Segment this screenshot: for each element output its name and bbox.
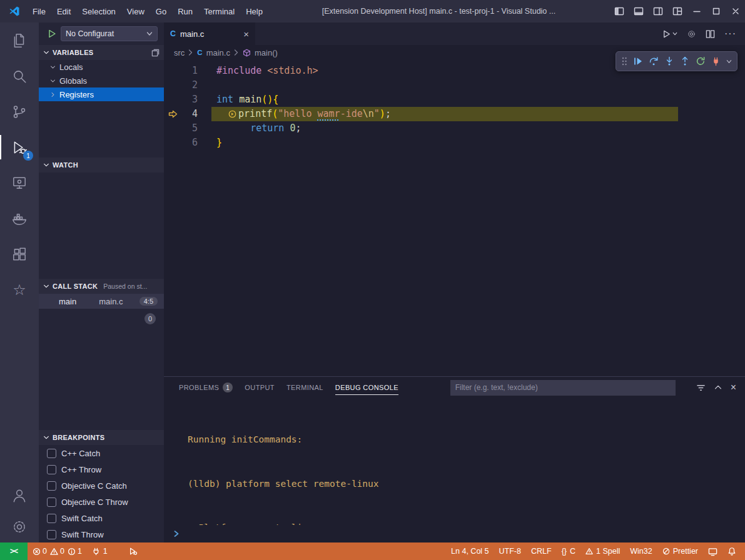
close-panel-icon[interactable]: × bbox=[731, 382, 736, 393]
maximize-button[interactable] bbox=[706, 0, 726, 22]
menu-view[interactable]: View bbox=[121, 0, 150, 22]
run-file-button[interactable] bbox=[662, 29, 677, 39]
glyph-margin[interactable] bbox=[164, 121, 180, 136]
glyph-margin[interactable] bbox=[164, 107, 180, 121]
checkbox[interactable] bbox=[47, 449, 56, 458]
customize-layout-icon[interactable] bbox=[667, 0, 687, 22]
debug-console-output[interactable]: Running initCommands: (lldb) platform se… bbox=[164, 398, 745, 525]
checkbox[interactable] bbox=[47, 530, 56, 539]
checkbox[interactable] bbox=[47, 514, 56, 523]
code-line-6[interactable]: 6 } bbox=[164, 136, 745, 150]
glyph-margin[interactable] bbox=[164, 136, 180, 150]
language-mode[interactable]: {} C bbox=[557, 542, 580, 560]
glyph-margin[interactable] bbox=[164, 78, 180, 92]
settings-gear-icon[interactable] bbox=[0, 511, 39, 542]
toolbar-drag-gripper[interactable] bbox=[621, 56, 627, 66]
disconnect-icon[interactable] bbox=[711, 57, 721, 66]
toggle-sidebar-icon[interactable] bbox=[609, 0, 629, 22]
console-filter-input[interactable] bbox=[450, 380, 676, 396]
more-actions-icon[interactable]: ··· bbox=[724, 28, 736, 39]
breakpoints-section-header[interactable]: BREAKPOINTS bbox=[39, 430, 164, 445]
restart-icon[interactable] bbox=[696, 56, 706, 66]
code-line-5[interactable]: 5 return 0; bbox=[164, 121, 745, 136]
checkbox[interactable] bbox=[47, 481, 56, 491]
source-control-icon[interactable] bbox=[0, 94, 39, 129]
search-icon[interactable] bbox=[0, 58, 39, 94]
call-stack-frame-row[interactable]: main main.c 4:5 bbox=[39, 294, 164, 309]
eol-status[interactable]: CRLF bbox=[526, 542, 557, 560]
breakpoint-objc-throw[interactable]: Objective C Throw bbox=[39, 494, 164, 510]
glyph-margin[interactable] bbox=[164, 92, 180, 107]
remote-indicator[interactable]: >< bbox=[0, 542, 28, 560]
checkbox[interactable] bbox=[47, 498, 56, 507]
breadcrumb-folder[interactable]: src bbox=[174, 48, 185, 58]
toggle-secondary-sidebar-icon[interactable] bbox=[648, 0, 667, 22]
forwarded-ports-status[interactable]: 1 bbox=[87, 542, 113, 560]
menu-run[interactable]: Run bbox=[172, 0, 198, 22]
step-into-icon[interactable] bbox=[664, 56, 674, 66]
code-line-2[interactable]: 2 bbox=[164, 78, 745, 92]
breadcrumb-file[interactable]: main.c bbox=[206, 48, 230, 58]
explorer-icon[interactable] bbox=[0, 22, 39, 58]
remote-explorer-icon[interactable] bbox=[0, 165, 39, 201]
step-over-icon[interactable] bbox=[649, 56, 659, 66]
menu-selection[interactable]: Selection bbox=[76, 0, 121, 22]
menu-help[interactable]: Help bbox=[240, 0, 268, 22]
menu-file[interactable]: File bbox=[27, 0, 51, 22]
variables-scope-locals[interactable]: Locals bbox=[39, 60, 164, 74]
continue-icon[interactable] bbox=[633, 56, 643, 66]
variables-section-header[interactable]: VARIABLES bbox=[39, 45, 164, 60]
menu-go[interactable]: Go bbox=[150, 0, 172, 22]
chevron-down-icon[interactable] bbox=[726, 59, 732, 64]
debug-status-icon[interactable] bbox=[124, 542, 143, 560]
breakpoint-cpp-throw[interactable]: C++ Throw bbox=[39, 461, 164, 478]
start-debugging-icon[interactable] bbox=[48, 29, 56, 38]
star-extension-icon[interactable]: ☆ bbox=[0, 272, 39, 308]
run-and-debug-icon[interactable]: 1 bbox=[0, 129, 39, 165]
menu-terminal[interactable]: Terminal bbox=[198, 0, 240, 22]
open-panel-icon[interactable] bbox=[151, 49, 160, 57]
code-line-3[interactable]: 3 int main(){ bbox=[164, 92, 745, 107]
tab-main-c[interactable]: C main.c × bbox=[164, 22, 255, 45]
breadcrumb-symbol[interactable]: main() bbox=[255, 48, 278, 58]
close-button[interactable] bbox=[726, 0, 745, 22]
close-tab-icon[interactable]: × bbox=[243, 29, 249, 39]
accounts-icon[interactable] bbox=[0, 480, 39, 511]
gear-icon[interactable] bbox=[687, 29, 696, 39]
watch-section-header[interactable]: WATCH bbox=[39, 158, 164, 172]
split-editor-icon[interactable] bbox=[706, 29, 715, 39]
problems-status[interactable]: 0 0 1 bbox=[28, 542, 87, 560]
platform-status[interactable]: Win32 bbox=[625, 542, 657, 560]
screencast-icon[interactable] bbox=[703, 542, 722, 560]
formatter-status[interactable]: Prettier bbox=[657, 542, 703, 560]
breakpoint-objc-catch[interactable]: Objective C Catch bbox=[39, 478, 164, 494]
bell-icon[interactable] bbox=[722, 542, 741, 560]
breakpoint-swift-throw[interactable]: Swift Throw bbox=[39, 526, 164, 542]
call-stack-section-header[interactable]: CALL STACK Paused on st... bbox=[39, 279, 164, 294]
filter-icon[interactable] bbox=[696, 383, 706, 392]
toggle-panel-icon[interactable] bbox=[629, 0, 648, 22]
code-editor[interactable]: 1 #include <stdio.h> 2 3 int main(){ bbox=[164, 60, 745, 376]
checkbox[interactable] bbox=[47, 465, 56, 474]
spell-checker-status[interactable]: 1 Spell bbox=[580, 542, 625, 560]
debug-console-input[interactable] bbox=[164, 525, 745, 542]
breakpoint-cpp-catch[interactable]: C++ Catch bbox=[39, 445, 164, 461]
menu-edit[interactable]: Edit bbox=[51, 0, 76, 22]
breakpoint-swift-catch[interactable]: Swift Catch bbox=[39, 510, 164, 526]
docker-icon[interactable] bbox=[0, 201, 39, 236]
code-line-4-current[interactable]: 4 printf("hello wamr-ide\n"); bbox=[164, 107, 745, 121]
inline-breakpoint-icon[interactable] bbox=[228, 110, 236, 118]
glyph-margin[interactable] bbox=[164, 64, 180, 78]
step-out-icon[interactable] bbox=[680, 56, 690, 66]
tab-debug-console[interactable]: DEBUG CONSOLE bbox=[335, 377, 398, 398]
tab-problems[interactable]: PROBLEMS 1 bbox=[179, 377, 233, 398]
cursor-position[interactable]: Ln 4, Col 5 bbox=[446, 542, 494, 560]
variables-scope-globals[interactable]: Globals bbox=[39, 74, 164, 88]
variables-scope-registers[interactable]: Registers bbox=[39, 88, 164, 101]
debug-config-dropdown[interactable]: No Configurat bbox=[61, 26, 158, 41]
encoding-status[interactable]: UTF-8 bbox=[494, 542, 526, 560]
minimize-button[interactable] bbox=[687, 0, 706, 22]
tab-terminal[interactable]: TERMINAL bbox=[286, 377, 323, 398]
tab-output[interactable]: OUTPUT bbox=[245, 377, 275, 398]
extensions-icon[interactable] bbox=[0, 236, 39, 272]
